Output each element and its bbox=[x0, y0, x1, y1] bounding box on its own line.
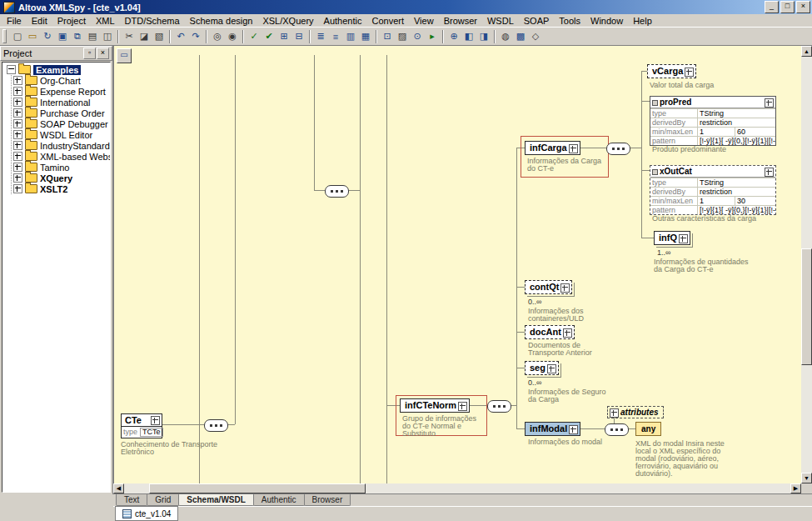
menu-window[interactable]: Window bbox=[585, 15, 628, 27]
element-infModal[interactable]: infModal bbox=[525, 422, 580, 436]
open-file-icon[interactable]: ▭ bbox=[25, 29, 40, 44]
menu-project[interactable]: Project bbox=[52, 15, 91, 27]
menu-browser[interactable]: Browser bbox=[439, 15, 482, 27]
expand-icon[interactable] bbox=[679, 234, 688, 243]
tab-grid-view[interactable]: Grid bbox=[147, 494, 179, 506]
expand-icon[interactable] bbox=[685, 68, 694, 77]
expand-icon[interactable] bbox=[13, 184, 22, 193]
expand-icon[interactable] bbox=[458, 402, 467, 411]
element-docAnt[interactable]: docAnt bbox=[525, 325, 575, 339]
element-vCarga[interactable]: vCarga bbox=[647, 64, 696, 78]
expand-icon[interactable] bbox=[560, 283, 570, 293]
expand-icon[interactable] bbox=[13, 98, 22, 107]
expand-icon[interactable] bbox=[13, 87, 22, 96]
validate-icon[interactable]: ✔ bbox=[262, 29, 276, 44]
tree-item-examples[interactable]: Examples bbox=[5, 64, 110, 75]
display-diagram-icon[interactable]: ◧ bbox=[461, 29, 476, 44]
print-preview-icon[interactable]: ◫ bbox=[100, 29, 115, 44]
expand-icon[interactable] bbox=[765, 168, 774, 177]
expand-icon[interactable] bbox=[569, 144, 578, 153]
cut-icon[interactable]: ✂ bbox=[122, 29, 137, 44]
vertical-scroll-thumb[interactable] bbox=[801, 248, 812, 365]
horizontal-scrollbar[interactable]: ◀ ▶ bbox=[113, 483, 812, 493]
print-icon[interactable]: ▤ bbox=[85, 29, 100, 44]
browser-view-icon[interactable]: ⊙ bbox=[410, 29, 425, 44]
new-file-icon[interactable]: ▢ bbox=[10, 29, 25, 44]
horizontal-scroll-thumb[interactable] bbox=[149, 483, 366, 493]
tab-authentic-view[interactable]: Authentic bbox=[253, 494, 305, 506]
insert-element-icon[interactable]: ⊞ bbox=[276, 29, 291, 44]
expand-icon[interactable] bbox=[569, 425, 578, 434]
xsl-transform-icon[interactable]: ▸ bbox=[425, 29, 440, 44]
menu-convert[interactable]: Convert bbox=[366, 15, 409, 27]
scroll-up-icon[interactable]: ▲ bbox=[801, 46, 812, 57]
copy-icon[interactable]: ◪ bbox=[137, 29, 152, 44]
element-seg[interactable]: seg bbox=[525, 361, 559, 375]
element-contQt[interactable]: contQt bbox=[525, 280, 572, 294]
pretty-print-icon[interactable]: ≣ bbox=[313, 29, 328, 44]
facet-table-proPred[interactable]: proPred typeTString derivedByrestriction… bbox=[650, 96, 776, 146]
expand-icon[interactable] bbox=[151, 416, 160, 425]
display-globals-icon[interactable]: ◨ bbox=[476, 29, 491, 44]
vertical-scrollbar[interactable]: ▲ ▼ bbox=[801, 46, 812, 483]
menu-tools[interactable]: Tools bbox=[554, 15, 585, 27]
authentic-view-icon[interactable]: ▨ bbox=[395, 29, 410, 44]
horizontal-scroll-track[interactable] bbox=[124, 483, 790, 493]
file-tab-cte[interactable]: cte_v1.04 bbox=[115, 506, 178, 521]
toolbar-grip[interactable] bbox=[2, 29, 7, 43]
facet-table-xOutCat[interactable]: xOutCat typeTString derivedByrestriction… bbox=[650, 165, 776, 215]
menu-xml[interactable]: XML bbox=[91, 15, 120, 27]
remove-element-icon[interactable]: ⊟ bbox=[291, 29, 306, 44]
menu-help[interactable]: Help bbox=[628, 15, 657, 27]
scroll-right-icon[interactable]: ▶ bbox=[790, 483, 801, 493]
pin-icon[interactable]: ▫ bbox=[83, 48, 96, 59]
element-infCarga[interactable]: infCarga bbox=[525, 141, 580, 155]
expand-icon[interactable] bbox=[13, 152, 22, 161]
scroll-down-icon[interactable]: ▼ bbox=[801, 473, 812, 483]
element-infCTeNorm[interactable]: infCTeNorm bbox=[400, 398, 470, 413]
collapse-icon[interactable] bbox=[7, 65, 16, 74]
tab-text-view[interactable]: Text bbox=[116, 494, 147, 506]
tree-item-xslt2[interactable]: XSLT2 bbox=[12, 183, 110, 194]
element-CTe[interactable]: CTe type TCTe bbox=[121, 413, 162, 438]
menu-wsdl[interactable]: WSDL bbox=[482, 15, 519, 27]
expand-icon[interactable] bbox=[13, 163, 22, 172]
sequence-compositor[interactable] bbox=[487, 400, 511, 413]
expand-icon[interactable] bbox=[563, 328, 572, 338]
schema-diagram[interactable]: ▭ bbox=[113, 46, 801, 483]
zoom-icon[interactable]: ◍ bbox=[498, 29, 513, 44]
menu-soap[interactable]: SOAP bbox=[519, 15, 555, 27]
menu-xsl-xquery[interactable]: XSL/XQuery bbox=[257, 15, 318, 27]
menu-edit[interactable]: Edit bbox=[27, 15, 52, 27]
expand-icon[interactable] bbox=[13, 76, 22, 85]
close-button[interactable]: × bbox=[796, 1, 810, 13]
expand-icon[interactable] bbox=[765, 98, 774, 108]
text-view-icon[interactable]: ▥ bbox=[343, 29, 358, 44]
element-any[interactable]: any bbox=[635, 422, 661, 436]
vertical-scroll-track[interactable] bbox=[801, 57, 812, 473]
menu-schema-design[interactable]: Schema design bbox=[185, 15, 258, 27]
tab-schema-wsdl-view[interactable]: Schema/WSDL bbox=[178, 494, 254, 506]
menu-dtd-schema[interactable]: DTD/Schema bbox=[120, 15, 185, 27]
expand-icon[interactable] bbox=[610, 408, 619, 418]
menu-authentic[interactable]: Authentic bbox=[319, 15, 367, 27]
sequence-compositor[interactable] bbox=[606, 143, 630, 155]
menu-view[interactable]: View bbox=[409, 15, 439, 27]
attributes-box[interactable]: attributes bbox=[607, 406, 664, 418]
tab-browser-view[interactable]: Browser bbox=[304, 494, 351, 506]
undo-icon[interactable]: ↶ bbox=[173, 29, 188, 44]
save-all-icon[interactable]: ⧉ bbox=[70, 29, 85, 44]
redo-icon[interactable]: ↷ bbox=[188, 29, 203, 44]
element-infQ[interactable]: infQ bbox=[654, 231, 690, 245]
panel-close-icon[interactable]: × bbox=[97, 48, 109, 59]
schema-globals-button[interactable]: ▭ bbox=[117, 48, 132, 63]
reload-file-icon[interactable]: ↻ bbox=[40, 29, 55, 44]
database-import-icon[interactable]: ▩ bbox=[513, 29, 528, 44]
maximize-button[interactable]: □ bbox=[780, 1, 795, 13]
find-next-icon[interactable]: ◉ bbox=[225, 29, 240, 44]
paste-icon[interactable]: ▧ bbox=[152, 29, 167, 44]
expand-icon[interactable] bbox=[13, 173, 22, 183]
scroll-left-icon[interactable]: ◀ bbox=[113, 483, 124, 493]
assign-schema-icon[interactable]: ⊕ bbox=[446, 29, 461, 44]
expand-icon[interactable] bbox=[13, 141, 22, 150]
